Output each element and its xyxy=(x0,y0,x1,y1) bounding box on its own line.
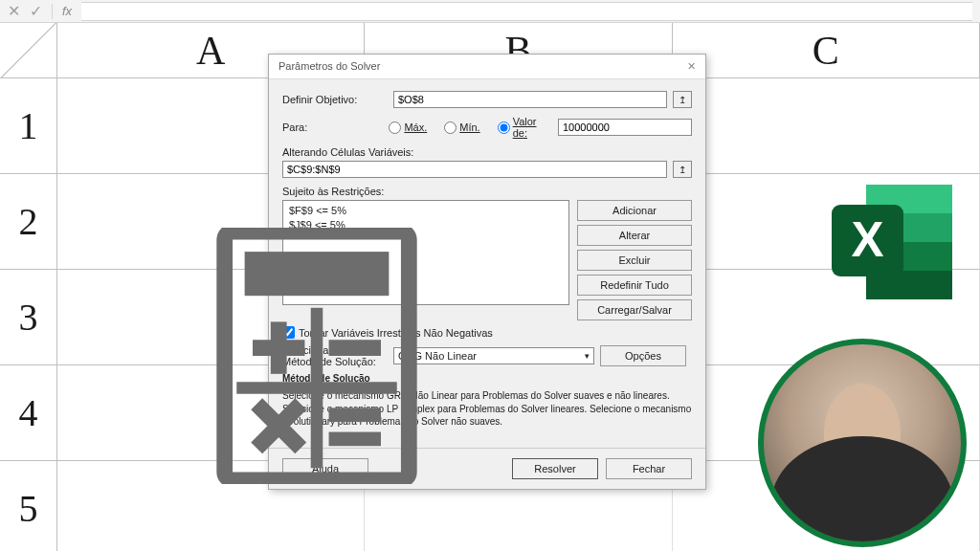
svg-rect-3 xyxy=(271,321,287,373)
svg-text:X: X xyxy=(851,212,883,267)
row-header-2[interactable]: 2 xyxy=(0,174,57,269)
constraint-item[interactable]: $F$9 <= 5% xyxy=(289,204,563,218)
radio-min[interactable]: Mín. xyxy=(444,121,479,134)
delete-constraint-button[interactable]: Excluir xyxy=(577,250,692,271)
constraints-label: Sujeito às Restrições: xyxy=(282,186,692,197)
dialog-titlebar: Parâmetros do Solver ✕ xyxy=(269,55,705,79)
changing-cells-input[interactable] xyxy=(282,161,667,178)
row-header-3[interactable]: 3 xyxy=(0,270,57,364)
load-save-button[interactable]: Carregar/Salvar xyxy=(577,299,692,320)
svg-rect-8 xyxy=(329,432,381,447)
value-of-input[interactable] xyxy=(558,119,692,136)
row-header-5[interactable]: 5 xyxy=(0,461,57,551)
formula-confirm-icon[interactable]: ✓ xyxy=(30,2,42,20)
excel-logo-icon: X xyxy=(823,170,967,314)
formula-input[interactable] xyxy=(81,2,972,21)
dialog-title-text: Parâmetros do Solver xyxy=(278,60,380,73)
column-header-c[interactable]: C xyxy=(673,23,980,77)
changing-cells-label: Alterando Células Variáveis: xyxy=(282,146,692,158)
para-label: Para: xyxy=(282,121,383,133)
row-header-1[interactable]: 1 xyxy=(0,78,57,173)
select-all-corner[interactable] xyxy=(0,23,57,77)
objective-cell-input[interactable] xyxy=(393,91,667,108)
cell[interactable] xyxy=(673,78,980,173)
reset-all-button[interactable]: Redefinir Tudo xyxy=(577,275,692,296)
formula-cancel-icon[interactable]: ✕ xyxy=(8,2,20,20)
close-button[interactable]: Fechar xyxy=(606,458,692,479)
svg-rect-7 xyxy=(329,408,381,422)
change-constraint-button[interactable]: Alterar xyxy=(577,225,692,246)
row-header-4[interactable]: 4 xyxy=(0,365,57,460)
options-button[interactable]: Opções xyxy=(600,345,686,366)
objective-ref-picker[interactable]: ↥ xyxy=(673,91,692,108)
solving-method-select[interactable]: GRG Não Linear ▾ xyxy=(393,347,594,364)
presenter-avatar xyxy=(758,339,967,547)
radio-max[interactable]: Máx. xyxy=(389,121,427,134)
chevron-down-icon: ▾ xyxy=(585,351,590,361)
dialog-close-button[interactable]: ✕ xyxy=(687,60,696,73)
objective-label: Definir Objetivo: xyxy=(282,94,388,105)
calculator-icon xyxy=(216,228,417,484)
add-constraint-button[interactable]: Adicionar xyxy=(577,200,692,221)
fx-icon[interactable]: fx xyxy=(62,4,72,18)
radio-value-of[interactable]: Valor de: xyxy=(498,116,541,139)
solve-button[interactable]: Resolver xyxy=(512,458,598,479)
svg-rect-1 xyxy=(245,252,390,296)
formula-bar: ✕ ✓ fx xyxy=(0,0,980,23)
changing-ref-picker[interactable]: ↥ xyxy=(673,161,692,178)
svg-rect-4 xyxy=(329,340,381,356)
